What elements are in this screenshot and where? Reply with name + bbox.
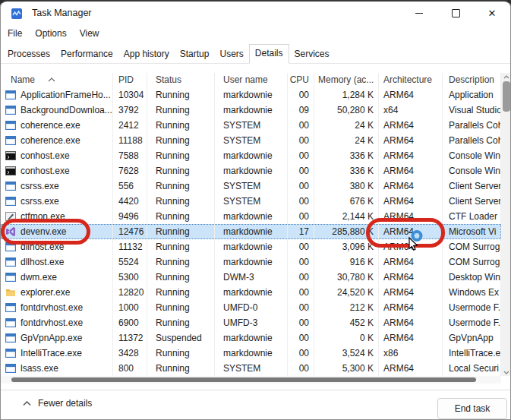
cell-arch: ARM64 (379, 194, 443, 209)
process-row[interactable]: GpVpnApp.exe11372Suspendedmarkdownie000 … (1, 330, 501, 346)
cell-status: Running (147, 239, 215, 254)
visual-studio-icon (5, 226, 16, 237)
process-row[interactable]: devenv.exe12476Runningmarkdownie17285,88… (1, 224, 501, 239)
process-row[interactable]: csrss.exe556RunningSYSTEM00380 KARM64Cli… (1, 178, 501, 194)
process-row[interactable]: dllhost.exe11132Runningmarkdownie003,096… (1, 239, 501, 254)
menu-file[interactable]: File (7, 27, 23, 40)
cell-name: IntelliTrace.exe (1, 346, 113, 361)
default-app-icon (5, 257, 16, 267)
default-app-icon (5, 317, 16, 328)
process-row[interactable]: dllhost.exe5524Runningmarkdownie00916 KA… (1, 254, 501, 270)
column-header-label: Memory (ac... (318, 74, 374, 85)
tab-app-history[interactable]: App history (118, 46, 175, 63)
column-header-description[interactable]: Description (443, 73, 501, 87)
menu-view[interactable]: View (79, 27, 100, 40)
cell-cpu: 00 (288, 254, 314, 270)
vertical-scrollbar-thumb[interactable] (503, 81, 510, 112)
column-header-pid[interactable]: PID (113, 73, 147, 87)
cell-name: explorer.exe (1, 285, 113, 300)
tab-services[interactable]: Services (289, 46, 335, 63)
fewer-details-toggle[interactable]: Fewer details (23, 398, 92, 409)
process-row[interactable]: ctfmon.exe9496Runningmarkdownie002,144 K… (1, 209, 501, 224)
cell-cpu: 00 (288, 133, 314, 148)
cell-cpu: 00 (288, 285, 314, 300)
process-name: csrss.exe (21, 178, 59, 194)
cell-pid: 3792 (113, 103, 147, 118)
horizontal-scrollbar[interactable] (1, 376, 501, 384)
minimize-icon[interactable] (401, 2, 437, 24)
process-row[interactable]: csrss.exe4420RunningSYSTEM00676 KARM64Cl… (1, 194, 501, 209)
cell-status: Suspended (147, 330, 215, 346)
cell-pid: 5524 (113, 254, 147, 270)
menu-options[interactable]: Options (34, 27, 67, 40)
default-app-icon (5, 242, 16, 252)
process-row[interactable]: conhost.exe7628Runningmarkdownie00336 KA… (1, 163, 501, 178)
cell-memory: 916 K (314, 254, 379, 270)
cell-status: Running (147, 103, 215, 118)
cell-name: fontdrvhost.exe (1, 300, 113, 315)
tab-details[interactable]: Details (249, 44, 289, 64)
process-row[interactable]: IntelliTrace.exe3428Runningmarkdownie003… (1, 346, 501, 361)
cell-pid: 12820 (113, 285, 147, 300)
cell-desc: Application (443, 87, 501, 103)
column-header-status[interactable]: Status (147, 73, 215, 87)
cell-desc: Local Securi (443, 361, 501, 376)
maximize-icon[interactable] (437, 2, 474, 24)
cell-status: Running (147, 361, 215, 376)
cell-status: Running (147, 87, 215, 103)
column-header-label: CPU (290, 74, 309, 85)
tab-performance[interactable]: Performance (55, 46, 118, 63)
cell-arch: ARM64 (379, 209, 443, 224)
cell-user: SYSTEM (215, 361, 288, 376)
process-row[interactable]: coherence.exe2412RunningSYSTEM0024 KARM6… (1, 118, 501, 133)
cell-name: conhost.exe (1, 163, 113, 178)
scroll-down-icon[interactable] (501, 368, 511, 376)
column-header-label: Architecture (383, 74, 432, 85)
cell-desc: Windows Ex (443, 285, 501, 300)
tab-startup[interactable]: Startup (175, 46, 215, 63)
cell-user: markdownie (215, 346, 288, 361)
cell-name: csrss.exe (1, 194, 113, 209)
cell-desc: Client Server (443, 194, 501, 209)
process-name: IntelliTrace.exe (21, 346, 82, 361)
vertical-scrollbar[interactable] (501, 73, 511, 376)
close-icon[interactable]: ✕ (474, 2, 510, 24)
process-row[interactable]: lsass.exe800RunningSYSTEM005,300 KARM64L… (1, 361, 501, 376)
cell-cpu: 00 (288, 346, 314, 361)
scroll-up-icon[interactable] (501, 73, 511, 81)
cell-arch: ARM64 (379, 270, 443, 285)
cell-memory: 336 K (314, 148, 379, 163)
cell-status: Running (147, 254, 215, 270)
process-row[interactable]: fontdrvhost.exe1000RunningUMFD-000212 KA… (1, 300, 501, 315)
column-header-cpu[interactable]: CPU (288, 73, 314, 87)
column-header-memory-ac[interactable]: Memory (ac... (314, 73, 379, 87)
process-row[interactable]: explorer.exe12820Runningmarkdownie0024,5… (1, 285, 501, 300)
process-row[interactable]: BackgroundDownloa...3792Runningmarkdowni… (1, 103, 501, 118)
process-row[interactable]: ApplicationFrameHo...10304Runningmarkdow… (1, 87, 501, 103)
cell-status: Running (147, 300, 215, 315)
process-row[interactable]: conhost.exe7588Runningmarkdownie00336 KA… (1, 148, 501, 163)
column-header-name[interactable]: Name (1, 73, 113, 87)
process-row[interactable]: fontdrvhost.exe6900RunningUMFD-300452 KA… (1, 315, 501, 330)
horizontal-scrollbar-thumb[interactable] (11, 377, 476, 382)
tab-users[interactable]: Users (214, 46, 248, 63)
default-app-icon (5, 348, 16, 358)
cell-name: dllhost.exe (1, 254, 113, 270)
process-name: devenv.exe (21, 224, 67, 239)
process-row[interactable]: dwm.exe5300RunningDWM-30030,780 KARM64De… (1, 270, 501, 285)
cell-cpu: 00 (288, 194, 314, 209)
cell-cpu: 00 (288, 118, 314, 133)
cell-pid: 2412 (113, 118, 147, 133)
cell-status: Running (147, 133, 215, 148)
column-header-architecture[interactable]: Architecture (379, 73, 443, 87)
tab-processes[interactable]: Processes (2, 46, 55, 63)
cell-memory: 50,280 K (314, 103, 379, 118)
cell-user: SYSTEM (215, 178, 288, 194)
end-task-button[interactable]: End task (437, 398, 507, 419)
column-header-user-name[interactable]: User name (215, 73, 288, 87)
default-app-icon (5, 90, 16, 100)
process-row[interactable]: coherence.exe11188RunningSYSTEM0024 KARM… (1, 133, 501, 148)
cell-name: dwm.exe (1, 270, 113, 285)
cell-desc: Parallels Coh (443, 133, 501, 148)
cell-status: Running (147, 163, 215, 178)
